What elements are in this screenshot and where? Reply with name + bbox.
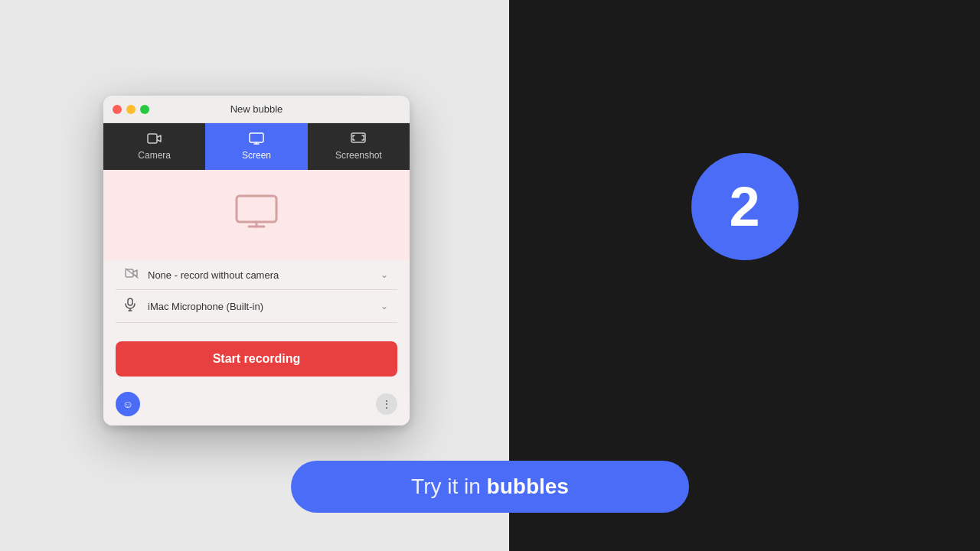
- cta-regular-text: Try it in: [411, 474, 487, 498]
- start-recording-button[interactable]: Start recording: [116, 341, 397, 377]
- camera-icon: [147, 132, 162, 147]
- avatar-icon: ☺: [122, 398, 133, 410]
- screenshot-icon: [351, 132, 366, 147]
- window-controls: [113, 105, 149, 114]
- step-number-circle: 2: [691, 153, 799, 260]
- tab-screen-label: Screen: [242, 150, 271, 161]
- camera-value: None - record without camera: [148, 269, 373, 281]
- tab-screen[interactable]: Screen: [205, 123, 307, 170]
- svg-rect-2: [351, 133, 365, 142]
- window-footer: ☺ ⋮: [103, 386, 410, 425]
- tab-screenshot-label: Screenshot: [335, 150, 382, 161]
- ellipsis-icon: ⋮: [381, 398, 392, 410]
- tab-screenshot[interactable]: Screenshot: [308, 123, 410, 170]
- microphone-icon: [125, 298, 140, 315]
- microphone-chevron-icon: ⌄: [381, 301, 388, 311]
- screen-preview: [103, 170, 410, 260]
- tab-bar: Camera Screen: [103, 123, 410, 170]
- avatar-button[interactable]: ☺: [116, 392, 140, 416]
- step-number: 2: [729, 175, 760, 238]
- settings-section: None - record without camera ⌄ iMac Micr…: [103, 260, 410, 332]
- more-options-button[interactable]: ⋮: [376, 393, 397, 415]
- microphone-dropdown[interactable]: iMac Microphone (Built-in) ⌄: [116, 290, 397, 323]
- preview-monitor-icon: [234, 193, 279, 237]
- close-button[interactable]: [113, 105, 122, 114]
- tab-camera[interactable]: Camera: [103, 123, 205, 170]
- maximize-button[interactable]: [140, 105, 149, 114]
- app-window: New bubble Camera: [103, 96, 410, 425]
- svg-rect-1: [250, 133, 263, 142]
- no-camera-icon: [125, 268, 140, 282]
- cta-text: Try it in bubbles: [411, 474, 569, 499]
- cta-bold-text: bubbles: [487, 474, 569, 498]
- cta-banner[interactable]: Try it in bubbles: [291, 461, 689, 513]
- window-title: New bubble: [230, 103, 283, 115]
- minimize-button[interactable]: [126, 105, 136, 114]
- svg-rect-5: [128, 298, 132, 305]
- svg-rect-3: [237, 196, 276, 222]
- microphone-value: iMac Microphone (Built-in): [148, 301, 373, 312]
- titlebar: New bubble: [103, 96, 410, 123]
- camera-chevron-icon: ⌄: [381, 269, 388, 280]
- tab-camera-label: Camera: [138, 150, 171, 161]
- screen-icon: [249, 132, 264, 147]
- camera-dropdown[interactable]: None - record without camera ⌄: [116, 260, 397, 290]
- svg-rect-0: [148, 134, 157, 143]
